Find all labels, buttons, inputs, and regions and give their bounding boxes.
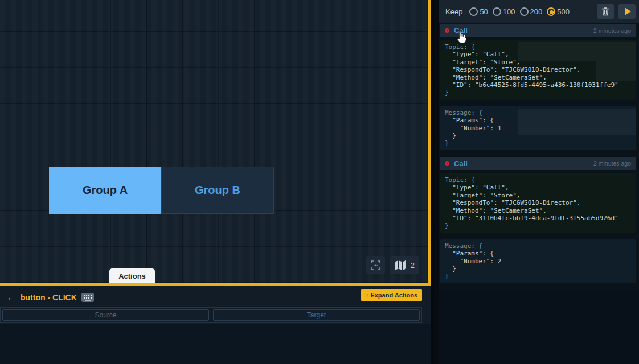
message-timestamp: 2 minutes ago bbox=[593, 27, 631, 34]
messages-panel: Keep 50 100 200 500 bbox=[439, 0, 639, 364]
panel-divider bbox=[434, 0, 439, 364]
message-card-header[interactable]: Call 2 minutes ago bbox=[440, 24, 636, 37]
fit-view-button[interactable] bbox=[366, 256, 385, 274]
actions-panel: ← button - CLICK ↑ Expand Actions bbox=[0, 286, 431, 364]
minimap-button[interactable]: 2 bbox=[390, 256, 419, 274]
topic-json: "Type": "Call", "Target": "Store", "Resp… bbox=[445, 184, 631, 222]
call-type-icon bbox=[445, 28, 449, 33]
keep-option-label: 100 bbox=[503, 7, 515, 16]
back-arrow-icon[interactable]: ← bbox=[7, 293, 16, 302]
message-timestamp: 2 minutes ago bbox=[593, 160, 631, 167]
action-title: button - CLICK bbox=[21, 293, 77, 302]
message-type-label: Call bbox=[454, 26, 468, 35]
topic-block: Topic: { "Type": "Call", "Target": "Stor… bbox=[440, 40, 636, 100]
radio-selected-icon bbox=[547, 7, 555, 16]
clear-messages-button[interactable] bbox=[597, 4, 614, 19]
keep-option-label: 200 bbox=[530, 7, 543, 16]
messages-topbar: Keep 50 100 200 500 bbox=[439, 0, 639, 23]
io-row bbox=[0, 307, 422, 323]
canvas-controls: 2 bbox=[366, 256, 419, 274]
topic-open: Topic: { bbox=[445, 43, 631, 51]
message-close: } bbox=[445, 139, 631, 147]
topic-open: Topic: { bbox=[445, 176, 631, 184]
group-buttons: Group A Group B bbox=[49, 167, 274, 214]
map-icon bbox=[394, 260, 407, 271]
app-window: Group A Group B bbox=[0, 0, 639, 364]
topic-block: Topic: { "Type": "Call", "Target": "Stor… bbox=[440, 173, 636, 233]
play-icon bbox=[625, 7, 631, 15]
source-input[interactable] bbox=[2, 309, 209, 321]
message-card: Call 2 minutes ago Topic: { "Type": "Cal… bbox=[440, 24, 636, 150]
group-b-button[interactable]: Group B bbox=[161, 167, 274, 214]
message-json: "Params": { "Number": 1 } bbox=[445, 117, 631, 139]
message-json: "Params": { "Number": 2 } bbox=[445, 250, 631, 272]
keyboard-icon bbox=[81, 293, 94, 302]
call-type-icon bbox=[445, 161, 449, 166]
message-block: Message: { "Params": { "Number": 2 } } bbox=[440, 239, 636, 283]
radio-icon bbox=[493, 7, 501, 16]
play-button[interactable] bbox=[618, 4, 636, 19]
message-open: Message: { bbox=[445, 242, 631, 250]
message-close: } bbox=[445, 272, 631, 280]
topic-close: } bbox=[445, 222, 631, 229]
message-open: Message: { bbox=[445, 109, 631, 117]
tab-actions[interactable]: Actions bbox=[109, 268, 155, 283]
message-card-header[interactable]: Call 2 minutes ago bbox=[440, 157, 636, 170]
group-a-button[interactable]: Group A bbox=[49, 167, 161, 214]
trash-icon bbox=[601, 7, 609, 16]
target-input[interactable] bbox=[213, 309, 420, 321]
keep-option-200[interactable]: 200 bbox=[520, 7, 543, 16]
message-card: Call 2 minutes ago Topic: { "Type": "Cal… bbox=[440, 157, 636, 283]
radio-icon bbox=[469, 7, 478, 16]
message-type-label: Call bbox=[454, 159, 468, 168]
topic-close: } bbox=[445, 89, 631, 96]
map-count-badge: 2 bbox=[411, 261, 415, 270]
fit-view-icon bbox=[371, 260, 380, 270]
topic-json: "Type": "Call", "Target": "Store", "Resp… bbox=[445, 51, 631, 89]
action-title-row: ← button - CLICK bbox=[7, 293, 94, 302]
keep-option-label: 500 bbox=[557, 7, 570, 16]
keep-option-100[interactable]: 100 bbox=[493, 7, 515, 16]
messages-panel-empty-area bbox=[439, 290, 639, 364]
expand-actions-button[interactable]: ↑ Expand Actions bbox=[361, 289, 422, 301]
node-canvas[interactable]: Group A Group B bbox=[0, 0, 431, 286]
message-block: Message: { "Params": { "Number": 1 } } bbox=[440, 106, 636, 150]
keep-option-50[interactable]: 50 bbox=[469, 7, 488, 16]
actions-panel-lower bbox=[0, 324, 431, 364]
keep-option-500[interactable]: 500 bbox=[547, 7, 570, 16]
keep-label: Keep bbox=[445, 7, 462, 16]
keep-option-label: 50 bbox=[480, 7, 488, 16]
radio-icon bbox=[520, 7, 529, 16]
